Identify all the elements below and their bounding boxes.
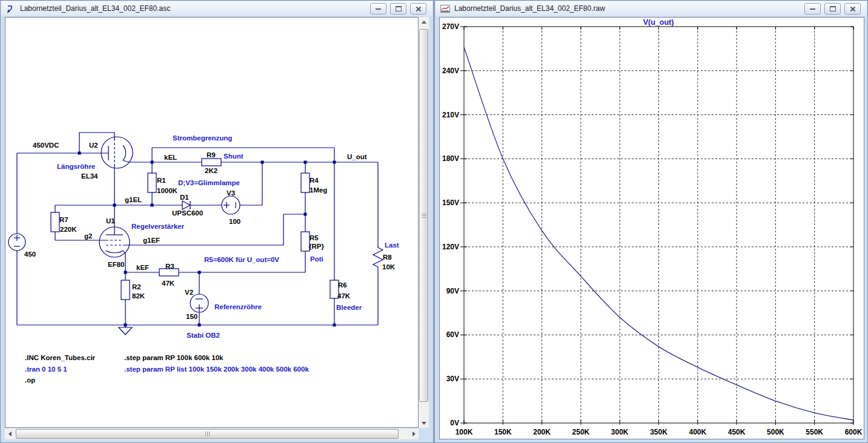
schematic-drawing: 450VDCU2LängsröhreEL34StrombegrenzungkEL… (5, 17, 419, 428)
plot-axis-labels: 100K150K200K250K300K350K400K450K500K550K… (442, 22, 863, 436)
schematic-label: Shunt (224, 153, 244, 160)
schematic-label: kEF (136, 264, 149, 271)
y-axis-tick-label: 90V (446, 287, 459, 295)
schematic-label: 220K (60, 226, 77, 233)
schematic-label: Längsröhre (57, 163, 95, 170)
diode-D1 (182, 201, 190, 209)
schematic-label: Stabi OB2 (187, 332, 220, 339)
x-axis-tick-label: 150K (494, 428, 512, 436)
x-axis-tick-label: 300K (611, 428, 629, 436)
resistor-R7 (51, 212, 59, 232)
schematic-label: 47K (337, 292, 351, 300)
schematic-label: 1Meg (310, 186, 327, 194)
resistor-R1 (148, 173, 156, 192)
schematic-label: R5 (310, 234, 319, 241)
schematic-label: U_out (347, 153, 367, 160)
plot-title: V(u_out) (643, 18, 674, 27)
vertical-scrollbar[interactable] (419, 17, 429, 428)
schematic-label: kEL (164, 154, 177, 161)
x-axis-tick-label: 550K (806, 428, 823, 436)
scroll-right-button[interactable] (409, 428, 419, 439)
schematic-label: Regelverstärker (131, 223, 184, 230)
plot-gridlines (465, 27, 853, 422)
y-axis-tick-label: 210V (442, 111, 459, 119)
schematic-label: R1 (157, 177, 166, 184)
schematic-label: 10K (382, 263, 396, 271)
vertical-scrollbar-thumb[interactable] (419, 29, 428, 402)
schematic-label: R6 (338, 281, 347, 289)
schematic-label: 450VDC (33, 142, 59, 149)
schematic-label: 150 (186, 313, 197, 320)
schematic-label: .op (25, 376, 35, 384)
schematic-label: D1 (180, 194, 189, 201)
voltage-source-V2 (190, 294, 208, 312)
schematic-label: Poti (310, 255, 323, 263)
close-icon (850, 6, 856, 12)
schematic-label: {RP} (309, 243, 324, 250)
schematic-label: R7 (59, 216, 68, 223)
resistor-R4 (301, 173, 310, 192)
x-axis-tick-label: 450K (728, 428, 746, 436)
close-button[interactable] (410, 3, 426, 15)
schematic-label: R2 (132, 283, 141, 290)
restore-icon (830, 6, 836, 11)
resistor-R5 (301, 232, 310, 251)
x-axis-tick-label: 250K (572, 428, 590, 436)
x-axis-tick-label: 350K (650, 428, 668, 436)
schematic-label: 1000K (157, 187, 178, 194)
plot-tick-marks (460, 27, 853, 425)
schematic-label: g1EL (125, 196, 142, 203)
restore-button[interactable] (824, 3, 841, 15)
horizontal-scrollbar-thumb[interactable] (16, 429, 399, 439)
y-axis-tick-label: 180V (442, 154, 459, 163)
y-axis-tick-label: 60V (446, 330, 459, 339)
x-axis-tick-label: 100K (456, 428, 473, 436)
tube-U2-EL34 (101, 137, 133, 168)
schematic-label: 450 (24, 251, 36, 258)
x-axis-tick-label: 200K (533, 428, 551, 436)
scroll-left-button[interactable] (5, 428, 15, 439)
scroll-up-icon (422, 21, 426, 24)
x-axis-tick-label: 400K (689, 428, 706, 436)
trace-v-u_out[interactable] (464, 47, 853, 420)
schematic-label: Strombegrenzung (173, 134, 232, 142)
ltspice-schematic-window: Labornetzteil_Darius_alt_EL34_002_EF80.a… (0, 0, 434, 443)
schematic-label: R4 (310, 177, 319, 184)
schematic-label: 2K2 (205, 167, 217, 174)
schematic-label: .step param RP list 100k 150k 200k 300k … (124, 366, 309, 373)
close-button[interactable] (844, 3, 861, 15)
minimize-button[interactable] (370, 3, 386, 15)
scrollbar-grip-icon (422, 214, 426, 218)
waveform-window-titlebar[interactable]: Labornetzteil_Darius_alt_EL34_002_EF80.r… (436, 1, 867, 16)
schematic-label: .INC Koren_Tubes.cir (25, 354, 96, 361)
horizontal-scrollbar[interactable] (5, 428, 419, 439)
schematic-label: Bleeder (336, 304, 362, 311)
schematic-label: 100 (229, 218, 240, 225)
schematic-label: g1EF (143, 237, 160, 244)
waveform-plot: V(u_out) 100K150K200K250K300K350K400K450… (439, 17, 864, 439)
resistor-R9 (202, 159, 221, 166)
schematic-window-titlebar[interactable]: Labornetzteil_Darius_alt_EL34_002_EF80.a… (1, 1, 432, 16)
scroll-up-button[interactable] (419, 17, 429, 27)
minimize-icon (810, 8, 815, 10)
voltage-source-V3 (222, 196, 240, 214)
resistor-R2 (121, 280, 130, 300)
y-axis-tick-label: 150V (442, 199, 459, 207)
y-axis-tick-label: 240V (442, 67, 459, 75)
schematic-label: .step param RP 100k 600k 10k (124, 354, 224, 361)
voltage-source-V1 (8, 234, 25, 251)
restore-button[interactable] (390, 3, 406, 15)
resistor-R8 (373, 248, 383, 267)
schematic-label: 82K (132, 292, 145, 300)
scroll-down-button[interactable] (419, 418, 429, 428)
scroll-right-icon (412, 432, 416, 436)
y-axis-tick-label: 270V (442, 22, 459, 31)
y-axis-tick-label: 0V (450, 419, 459, 427)
schematic-label: V2 (185, 289, 193, 296)
scroll-down-icon (422, 422, 426, 425)
window-title: Labornetzteil_Darius_alt_EL34_002_EF80.r… (454, 4, 605, 13)
restore-icon (396, 6, 402, 11)
schematic-label: R3 (165, 263, 174, 270)
minimize-button[interactable] (804, 3, 821, 15)
minimize-icon (376, 8, 381, 10)
